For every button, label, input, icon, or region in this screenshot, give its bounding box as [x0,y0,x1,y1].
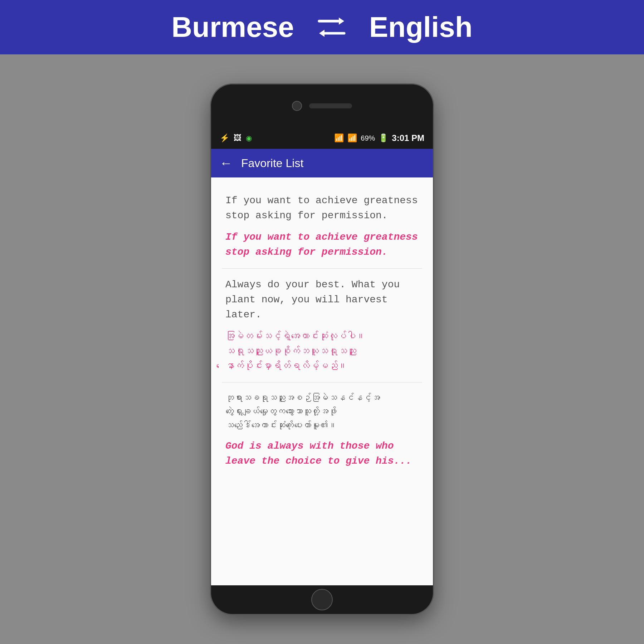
home-button[interactable] [311,589,333,610]
quote-text-english: If you want to achieve greatness stop as… [225,193,419,223]
content-area: If you want to achieve greatness stop as… [211,177,433,585]
list-item[interactable]: If you want to achieve greatness stop as… [222,185,422,269]
quote-text-english-highlighted: God is always with those wholeave the ch… [225,439,419,469]
usb-icon: ⚡ [220,133,229,143]
battery-icon: 🔋 [379,133,388,143]
phone-top-bezel [211,84,433,127]
signal-icon: 📶 [347,133,357,143]
wifi-icon: 📶 [334,133,344,143]
top-header: Burmese English [0,0,644,54]
swap-languages-button[interactable] [316,15,348,40]
status-time: 3:01 PM [392,133,424,143]
phone-mockup-area: ⚡ 🖼 ◉ 📶 📶 69% 🔋 3:01 PM ← Favorite List … [0,54,644,644]
source-language-label[interactable]: Burmese [171,11,294,44]
status-right-icons: 📶 📶 69% 🔋 3:01 PM [334,133,424,143]
status-bar: ⚡ 🖼 ◉ 📶 📶 69% 🔋 3:01 PM [211,127,433,149]
battery-percentage: 69% [361,134,375,142]
app-icon: ◉ [246,134,252,142]
quote-text-highlighted: If you want to achieve greatness stop as… [225,230,419,260]
phone-device: ⚡ 🖼 ◉ 📶 📶 69% 🔋 3:01 PM ← Favorite List … [211,84,433,614]
status-left-icons: ⚡ 🖼 ◉ [220,133,252,143]
back-button[interactable]: ← [220,156,233,171]
app-bar: ← Favorite List [211,149,433,177]
quote-text-burmese-highlighted: အမြဲတမ်းသင့်ရဲ့အကောင်းဆုံးလုပ်ပါ။သရုုသညူ… [225,329,419,374]
app-bar-title: Favorite List [241,157,303,170]
quote-text-burmese: ဘုရားသခရုုသညူအစဉ်အမြဲသနင်နင့်အတွဲရှေးချယ… [225,391,419,432]
target-language-label[interactable]: English [369,11,473,44]
list-item[interactable]: ဘုရားသခရုုသညူအစဉ်အမြဲသနင်နင့်အတွဲရှေးချယ… [222,382,422,477]
image-icon: 🖼 [234,133,241,143]
svg-marker-3 [319,30,325,37]
phone-speaker [309,103,352,108]
list-item[interactable]: Always do your best. What you plant now,… [222,269,422,382]
front-camera [292,101,302,111]
quote-text-english-2: Always do your best. What you plant now,… [225,277,419,322]
phone-bottom-bezel [211,585,433,614]
